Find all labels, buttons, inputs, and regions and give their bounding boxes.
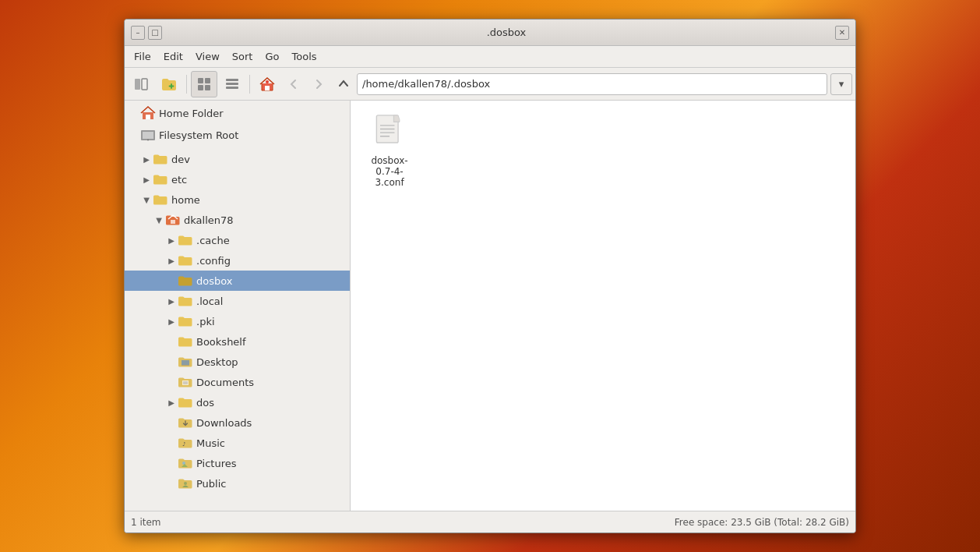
expander-config: ▶ <box>165 254 178 267</box>
svg-rect-17 <box>182 360 189 365</box>
svg-point-23 <box>184 482 187 485</box>
up-button[interactable] <box>332 73 355 96</box>
sidebar-item-config[interactable]: ▶ .config <box>125 250 350 271</box>
sidebar-item-dosbox[interactable]: dosbox <box>125 271 350 291</box>
svg-point-14 <box>147 140 149 141</box>
filesystem-label: Filesystem Root <box>159 129 238 141</box>
folder-icon-dosbox <box>178 274 193 287</box>
sidebar-item-desktop[interactable]: Desktop <box>125 352 350 372</box>
minimize-button[interactable]: – <box>131 26 145 40</box>
svg-rect-13 <box>143 132 153 139</box>
toolbar: /home/dkallen78/.dosbox ▾ <box>125 68 855 101</box>
icon-view-button[interactable] <box>191 71 217 97</box>
file-manager-window: – □ .dosbox ✕ File Edit View Sort Go Too… <box>124 19 856 533</box>
sidebar-item-home[interactable]: ▼ home <box>125 189 350 210</box>
svg-rect-3 <box>205 78 210 83</box>
folder-icon-home <box>153 193 168 206</box>
close-button[interactable]: ✕ <box>835 26 849 40</box>
svg-rect-4 <box>198 85 203 90</box>
sidebar-item-music[interactable]: ♪ Music <box>125 433 350 453</box>
svg-rect-2 <box>198 78 203 83</box>
home-folder-icon <box>140 107 156 119</box>
sidebar-item-dkallen78[interactable]: ▼ dkallen78 <box>125 210 350 230</box>
home-icon <box>259 76 276 92</box>
sidebar-item-pictures[interactable]: Pictures <box>125 453 350 473</box>
folder-icon-dos <box>178 396 193 409</box>
sidebar-item-dev-label: dev <box>171 154 190 165</box>
menu-file[interactable]: File <box>128 48 157 65</box>
sidebar-item-pki-label: .pki <box>196 316 215 327</box>
sidebar-item-downloads[interactable]: Downloads <box>125 412 350 433</box>
forward-button[interactable] <box>307 73 330 96</box>
menu-view[interactable]: View <box>189 48 226 65</box>
folder-svg-bookshelf <box>178 335 193 348</box>
sidebar-item-cache-label: .cache <box>196 235 230 246</box>
svg-rect-9 <box>265 86 270 90</box>
folder-icon-bookshelf <box>178 335 193 348</box>
svg-rect-6 <box>226 79 238 81</box>
toolbar-sep-2 <box>249 75 250 94</box>
location-dropdown-button[interactable]: ▾ <box>830 73 852 95</box>
svg-rect-15 <box>171 220 175 224</box>
menu-sort[interactable]: Sort <box>226 48 259 65</box>
folder-icon-local <box>178 295 193 307</box>
sidebar-item-public[interactable]: Public <box>125 473 350 494</box>
main-content: Home Folder Filesystem Root <box>125 101 855 511</box>
sidebar-item-etc[interactable]: ▶ etc <box>125 169 350 189</box>
home-folder-label: Home Folder <box>159 108 224 119</box>
sidebar-item-cache[interactable]: ▶ .cache <box>125 230 350 250</box>
menu-edit[interactable]: Edit <box>157 48 189 65</box>
folder-icon-desktop <box>178 356 193 368</box>
sidebar-item-pictures-label: Pictures <box>196 458 236 469</box>
statusbar: 1 item Free space: 23.5 GiB (Total: 28.2… <box>125 511 855 533</box>
sidebar-item-documents-label: Documents <box>196 377 254 388</box>
svg-text:♪: ♪ <box>182 441 185 448</box>
filesystem-icon <box>140 129 156 141</box>
sidebar-toggle-button[interactable] <box>128 71 154 97</box>
free-space: Free space: 23.5 GiB (Total: 28.2 GiB) <box>675 517 849 528</box>
file-view: dosbox-0.7-4-3.conf <box>351 101 855 511</box>
list-view-icon <box>224 76 240 92</box>
folder-icon-etc <box>153 173 168 186</box>
folder-svg-pki <box>178 315 193 327</box>
back-button[interactable] <box>282 73 305 96</box>
folder-icon-public <box>178 477 193 490</box>
sidebar-item-local-label: .local <box>196 295 223 307</box>
list-view-button[interactable] <box>219 71 245 97</box>
sidebar-item-documents[interactable]: Documents <box>125 372 350 392</box>
folder-svg-dosbox <box>178 274 193 287</box>
expander-home: ▼ <box>140 193 153 206</box>
folder-icon-dkallen78 <box>165 214 181 226</box>
svg-rect-18 <box>182 380 189 385</box>
folder-svg-downloads <box>178 416 193 429</box>
folder-svg-config <box>178 254 193 267</box>
titlebar-left-controls: – □ <box>131 26 178 40</box>
sidebar-item-dev[interactable]: ▶ dev <box>125 149 350 169</box>
sidebar-item-pki[interactable]: ▶ .pki <box>125 311 350 331</box>
sidebar-item-home-folder[interactable]: Home Folder <box>125 102 350 124</box>
expander-cache: ▶ <box>165 234 178 246</box>
sidebar-item-local[interactable]: ▶ .local <box>125 291 350 311</box>
icon-view-icon <box>196 76 212 92</box>
home-button[interactable] <box>254 71 280 97</box>
sidebar-item-config-label: .config <box>196 255 231 267</box>
maximize-button[interactable]: □ <box>148 26 162 40</box>
toolbar-sep-1 <box>186 75 187 94</box>
menu-tools[interactable]: Tools <box>286 48 323 65</box>
sidebar-item-bookshelf[interactable]: Bookshelf <box>125 331 350 352</box>
new-folder-button[interactable] <box>156 71 182 97</box>
titlebar-right-controls: ✕ <box>835 26 849 40</box>
folder-icon-pki <box>178 315 193 327</box>
sidebar-item-filesystem[interactable]: Filesystem Root <box>125 124 350 146</box>
file-item-dosbox-conf[interactable]: dosbox-0.7-4-3.conf <box>358 108 421 194</box>
folder-svg-dkallen78 <box>165 214 181 226</box>
sidebar-item-dos[interactable]: ▶ dos <box>125 392 350 412</box>
expander-dosbox <box>165 274 178 287</box>
file-name-dosbox-conf: dosbox-0.7-4-3.conf <box>365 155 414 188</box>
folder-icon-cache <box>178 234 193 246</box>
folder-icon-music: ♪ <box>178 437 193 449</box>
folder-svg-home <box>153 193 168 206</box>
menu-go[interactable]: Go <box>259 48 285 65</box>
location-bar[interactable]: /home/dkallen78/.dosbox <box>357 73 827 95</box>
window-title: .dosbox <box>178 27 835 38</box>
